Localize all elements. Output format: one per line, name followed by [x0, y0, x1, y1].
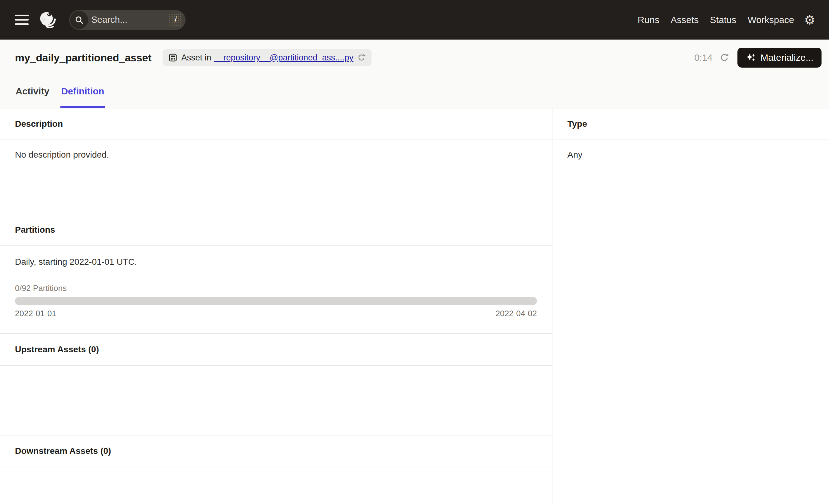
downstream-heading-label: Downstream Assets (0): [15, 446, 111, 456]
materialize-button[interactable]: Materialize...: [737, 48, 822, 68]
downstream-assets-heading: Downstream Assets (0): [0, 435, 552, 467]
asset-tag-prefix: Asset in: [181, 53, 211, 63]
page-header: my_daily_partitioned_asset As: [0, 40, 829, 108]
partitions-progress-bar: [15, 297, 537, 305]
asset-definition-tag: Asset in __repository__@partitioned_ass.…: [163, 49, 371, 66]
nav-link-workspace[interactable]: Workspace: [748, 15, 794, 25]
sparkles-icon: [746, 52, 756, 63]
search-box[interactable]: /: [69, 10, 186, 30]
search-icon: [70, 11, 88, 29]
nav-link-assets[interactable]: Assets: [671, 15, 699, 25]
asset-group-icon: [168, 53, 178, 62]
partition-range-end: 2022-04-02: [496, 309, 537, 318]
downstream-assets-body: [0, 467, 552, 504]
tab-definition[interactable]: Definition: [61, 86, 105, 108]
type-heading-label: Type: [567, 119, 587, 129]
type-section-heading: Type: [552, 108, 829, 140]
partitions-progress-label: 0/92 Partitions: [15, 284, 537, 293]
refresh-icon[interactable]: [719, 52, 729, 63]
partitions-section-heading: Partitions: [0, 214, 552, 246]
search-input[interactable]: [88, 15, 169, 25]
right-column: Type Any: [552, 108, 829, 504]
description-text: No description provided.: [15, 149, 537, 160]
upstream-heading-label: Upstream Assets (0): [15, 345, 99, 355]
tab-bar: Activity Definition: [0, 86, 829, 108]
settings-button[interactable]: ⚙: [804, 14, 815, 26]
type-value: Any: [567, 149, 814, 160]
description-section-body: No description provided.: [0, 140, 552, 214]
asset-tag-text: Asset in __repository__@partitioned_ass.…: [181, 53, 354, 63]
partitions-heading-label: Partitions: [15, 225, 55, 235]
partitions-section-body: Daily, starting 2022-01-01 UTC. 0/92 Par…: [0, 246, 552, 334]
page-title: my_daily_partitioned_asset: [15, 52, 151, 64]
nav-link-runs[interactable]: Runs: [638, 15, 659, 25]
nav-link-status[interactable]: Status: [710, 15, 736, 25]
asset-details-page: / Runs Assets Status Workspace ⚙ my_dail…: [0, 0, 829, 504]
definition-tab-content: Description No description provided. Par…: [0, 108, 829, 504]
repository-link[interactable]: __repository__@partitioned_ass....py: [214, 53, 354, 63]
menu-icon[interactable]: [15, 15, 29, 25]
top-navigation-bar: / Runs Assets Status Workspace ⚙: [0, 0, 829, 40]
dagster-logo[interactable]: [39, 11, 57, 29]
type-section-body: Any: [552, 140, 829, 504]
upstream-assets-heading: Upstream Assets (0): [0, 334, 552, 366]
header-row: my_daily_partitioned_asset As: [0, 40, 829, 68]
search-shortcut-key: /: [169, 13, 182, 27]
upstream-assets-body: [0, 366, 552, 435]
left-column: Description No description provided. Par…: [0, 108, 552, 504]
gear-icon: ⚙: [804, 14, 815, 26]
refresh-countdown: 0:14: [694, 52, 713, 63]
partition-range-start: 2022-01-01: [15, 309, 57, 318]
materialize-button-label: Materialize...: [760, 52, 814, 63]
description-section-heading: Description: [0, 108, 552, 140]
partition-range: 2022-01-01 2022-04-02: [15, 309, 537, 318]
partitions-summary: Daily, starting 2022-01-01 UTC.: [15, 257, 537, 267]
description-heading-label: Description: [15, 119, 63, 129]
tab-activity[interactable]: Activity: [15, 86, 50, 108]
reload-repository-icon[interactable]: [357, 53, 366, 62]
